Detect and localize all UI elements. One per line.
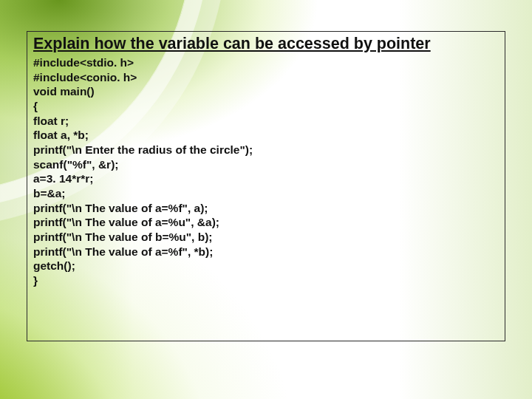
code-line: { <box>33 100 38 112</box>
code-line: void main() <box>33 85 95 98</box>
code-line: scanf("%f", &r); <box>33 158 118 171</box>
code-line: b=&a; <box>33 187 66 200</box>
code-line: printf("\n The value of b=%u", b); <box>33 231 212 243</box>
slide-title: Explain how the variable can be accessed… <box>33 35 499 53</box>
code-line: a=3. 14*r*r; <box>33 172 93 185</box>
code-line: float a, *b; <box>33 129 89 141</box>
code-line: } <box>33 274 38 287</box>
code-line: float r; <box>33 115 69 127</box>
code-block: #include<stdio. h> #include<conio. h> vo… <box>33 55 499 288</box>
code-line: #include<conio. h> <box>33 71 137 83</box>
code-line: printf("\n Enter the radius of the circl… <box>33 143 253 156</box>
code-line: printf("\n The value of a=%f", a); <box>33 202 208 214</box>
content-card: Explain how the variable can be accessed… <box>27 31 505 341</box>
code-line: getch(); <box>33 259 75 272</box>
code-line: printf("\n The value of a=%u", &a); <box>33 216 219 228</box>
code-line: #include<stdio. h> <box>33 56 134 69</box>
code-line: printf("\n The value of a=%f", *b); <box>33 245 213 258</box>
